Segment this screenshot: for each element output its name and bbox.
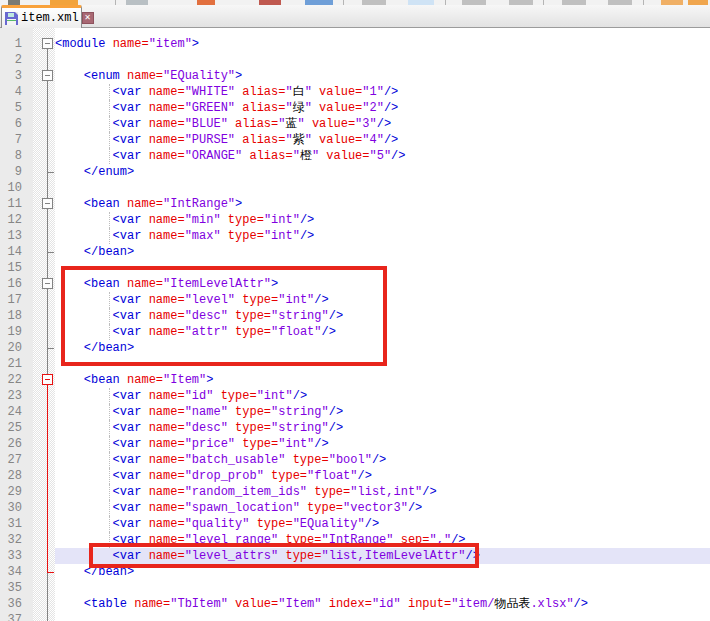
fold-marker[interactable] [33, 36, 55, 52]
code-line-17[interactable]: 17 <var name="level" type="int"/> [0, 292, 710, 308]
code-text [55, 580, 710, 596]
line-number: 5 [0, 100, 22, 116]
fold-marker [33, 212, 55, 228]
fold-marker [33, 516, 55, 532]
line-number: 35 [0, 580, 22, 596]
fold-marker [33, 52, 55, 68]
fold-marker [33, 564, 55, 580]
fold-marker[interactable] [33, 68, 55, 84]
code-line-32[interactable]: 32 <var name="level_range" type="IntRang… [0, 532, 710, 548]
code-line-25[interactable]: 25 <var name="desc" type="string"/> [0, 420, 710, 436]
line-number: 3 [0, 68, 22, 84]
code-line-10[interactable]: 10 [0, 180, 710, 196]
code-text: <var name="desc" type="string"/> [55, 308, 710, 324]
line-number: 20 [0, 340, 22, 356]
code-line-9[interactable]: 9 </enum> [0, 164, 710, 180]
code-line-23[interactable]: 23 <var name="id" type="int"/> [0, 388, 710, 404]
code-text: <var name="level_range" type="IntRange" … [55, 532, 710, 548]
code-text [55, 356, 710, 372]
tab-bar: item.xml ✕ [0, 5, 710, 28]
code-line-20[interactable]: 20 </bean> [0, 340, 710, 356]
code-line-11[interactable]: 11 <bean name="IntRange"> [0, 196, 710, 212]
fold-marker [33, 116, 55, 132]
code-text: <var name="batch_usable" type="bool"/> [55, 452, 710, 468]
fold-marker[interactable] [33, 276, 55, 292]
code-text: <var name="attr" type="float"/> [55, 324, 710, 340]
fold-marker [33, 100, 55, 116]
code-line-8[interactable]: 8 <var name="ORANGE" alias="橙" value="5"… [0, 148, 710, 164]
code-line-12[interactable]: 12 <var name="min" type="int"/> [0, 212, 710, 228]
code-line-2[interactable]: 2 [0, 52, 710, 68]
line-number: 1 [0, 36, 22, 52]
line-number: 29 [0, 484, 22, 500]
code-line-24[interactable]: 24 <var name="name" type="string"/> [0, 404, 710, 420]
code-text: <bean name="Item"> [55, 372, 710, 388]
code-text: <var name="random_item_ids" type="list,i… [55, 484, 710, 500]
code-line-15[interactable]: 15 [0, 260, 710, 276]
code-line-26[interactable]: 26 <var name="price" type="int"/> [0, 436, 710, 452]
close-icon[interactable]: ✕ [82, 12, 94, 24]
code-text: <var name="min" type="int"/> [55, 212, 710, 228]
code-text: <var name="BLUE" alias="蓝" value="3"/> [55, 116, 710, 132]
code-line-27[interactable]: 27 <var name="batch_usable" type="bool"/… [0, 452, 710, 468]
code-line-5[interactable]: 5 <var name="GREEN" alias="绿" value="2"/… [0, 100, 710, 116]
code-line-21[interactable]: 21 [0, 356, 710, 372]
code-line-34[interactable]: 34 </bean> [0, 564, 710, 580]
line-number: 19 [0, 324, 22, 340]
line-number: 16 [0, 276, 22, 292]
code-line-19[interactable]: 19 <var name="attr" type="float"/> [0, 324, 710, 340]
line-number: 31 [0, 516, 22, 532]
line-number: 23 [0, 388, 22, 404]
code-line-14[interactable]: 14 </bean> [0, 244, 710, 260]
code-line-22[interactable]: 22 <bean name="Item"> [0, 372, 710, 388]
notepad-window: item.xml ✕ 1<module name="item">23 <enum… [0, 0, 710, 621]
code-line-6[interactable]: 6 <var name="BLUE" alias="蓝" value="3"/> [0, 116, 710, 132]
fold-marker [33, 532, 55, 548]
code-text: <table name="TbItem" value="Item" index=… [55, 596, 710, 612]
line-number: 8 [0, 148, 22, 164]
line-number: 7 [0, 132, 22, 148]
fold-marker [33, 388, 55, 404]
code-editor[interactable]: 1<module name="item">23 <enum name="EQua… [0, 28, 710, 621]
code-text: <var name="level_attrs" type="list,ItemL… [55, 548, 710, 564]
fold-marker [33, 420, 55, 436]
tab-item-xml[interactable]: item.xml ✕ [1, 5, 82, 28]
code-text: <var name="ORANGE" alias="橙" value="5"/> [55, 148, 710, 164]
line-number: 15 [0, 260, 22, 276]
code-line-3[interactable]: 3 <enum name="EQuality"> [0, 68, 710, 84]
code-line-18[interactable]: 18 <var name="desc" type="string"/> [0, 308, 710, 324]
line-number: 18 [0, 308, 22, 324]
code-line-31[interactable]: 31 <var name="quality" type="EQuality"/> [0, 516, 710, 532]
line-number: 17 [0, 292, 22, 308]
code-line-29[interactable]: 29 <var name="random_item_ids" type="lis… [0, 484, 710, 500]
fold-marker[interactable] [33, 372, 55, 388]
code-line-28[interactable]: 28 <var name="drop_prob" type="float"/> [0, 468, 710, 484]
fold-marker [33, 580, 55, 596]
code-line-4[interactable]: 4 <var name="WHITE" alias="白" value="1"/… [0, 84, 710, 100]
code-line-16[interactable]: 16 <bean name="ItemLevelAttr"> [0, 276, 710, 292]
code-text: <var name="id" type="int"/> [55, 388, 710, 404]
fold-marker[interactable] [33, 196, 55, 212]
line-number: 37 [0, 612, 22, 621]
code-line-36[interactable]: 36 <table name="TbItem" value="Item" ind… [0, 596, 710, 612]
code-line-37[interactable]: 37 [0, 612, 710, 621]
line-number: 25 [0, 420, 22, 436]
code-text: <var name="name" type="string"/> [55, 404, 710, 420]
fold-marker [33, 228, 55, 244]
code-text: <var name="WHITE" alias="白" value="1"/> [55, 84, 710, 100]
save-icon [5, 12, 18, 25]
line-number: 13 [0, 228, 22, 244]
line-number: 2 [0, 52, 22, 68]
fold-marker [33, 84, 55, 100]
line-number: 32 [0, 532, 22, 548]
code-line-35[interactable]: 35 [0, 580, 710, 596]
code-text: <var name="drop_prob" type="float"/> [55, 468, 710, 484]
code-line-30[interactable]: 30 <var name="spawn_location" type="vect… [0, 500, 710, 516]
fold-marker [33, 292, 55, 308]
line-number: 9 [0, 164, 22, 180]
code-text: <var name="GREEN" alias="绿" value="2"/> [55, 100, 710, 116]
code-line-1[interactable]: 1<module name="item"> [0, 36, 710, 52]
code-line-13[interactable]: 13 <var name="max" type="int"/> [0, 228, 710, 244]
code-line-7[interactable]: 7 <var name="PURSE" alias="紫" value="4"/… [0, 132, 710, 148]
code-line-33[interactable]: 33 <var name="level_attrs" type="list,It… [0, 548, 710, 564]
